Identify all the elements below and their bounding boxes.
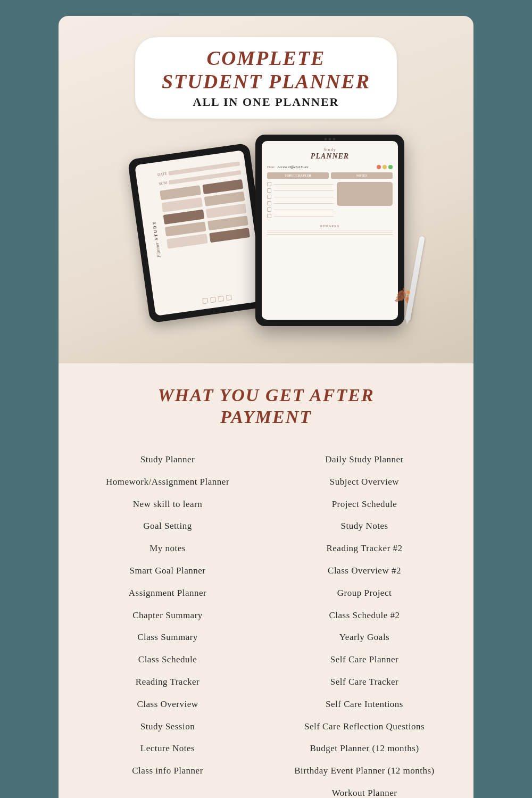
right-item: Self Care Intentions <box>271 694 458 714</box>
left-item: Chapter Summary <box>74 605 261 626</box>
right-item: Class Schedule #2 <box>271 605 458 626</box>
tablet-back-cursive: Planner <box>154 242 162 258</box>
top-card: COMPLETE STUDENT PLANNER ALL IN ONE PLAN… <box>59 16 473 363</box>
bottom-card: WHAT YOU GET AFTER PAYMENT Study Planner… <box>59 363 473 798</box>
left-item <box>74 783 261 798</box>
tablet-camera-dots <box>325 138 336 140</box>
tablet-front: Study PLANNER Date: Access Official Stor… <box>255 135 404 326</box>
tablet-sub-label: SUBJ <box>159 181 168 186</box>
right-item: Yearly Goals <box>271 627 458 647</box>
title-line1: COMPLETE <box>207 47 326 69</box>
tf-date-label: Date: <box>267 165 275 169</box>
tf-title-small: Study <box>267 147 393 152</box>
tablet-back-side-label: STUDY <box>151 220 159 240</box>
tf-left-col <box>267 182 334 221</box>
right-item: Class Overview #2 <box>271 561 458 581</box>
right-item: Self Care Reflection Questions <box>271 717 458 737</box>
main-title: COMPLETE STUDENT PLANNER <box>162 47 370 93</box>
tf-grid: TOPIC/CHAPTER NOTES <box>267 172 393 179</box>
tablet-back-screen: STUDY Planner DATE SUBJ <box>135 150 264 316</box>
left-item: Lecture Notes <box>74 738 261 759</box>
right-item: Study Notes <box>271 516 458 536</box>
left-item: Study Session <box>74 717 261 737</box>
tf-date-row: Date: Access Official Store <box>267 165 393 169</box>
tablet-front-screen: Study PLANNER Date: Access Official Stor… <box>262 141 398 320</box>
tf-notes-area <box>337 182 393 206</box>
left-item: Class info Planner <box>74 761 261 781</box>
tablet-date-label: DATE <box>157 172 167 177</box>
title-box: COMPLETE STUDENT PLANNER ALL IN ONE PLAN… <box>135 37 397 119</box>
items-grid: Study PlannerDaily Study PlannerHomework… <box>74 450 458 798</box>
main-container: COMPLETE STUDENT PLANNER ALL IN ONE PLAN… <box>59 16 473 798</box>
tablet-back: STUDY Planner DATE SUBJ <box>128 143 272 323</box>
tablets-container: STUDY Planner DATE SUBJ <box>128 135 404 337</box>
left-item: Reading Tracker <box>74 672 261 692</box>
what-you-get-title: WHAT YOU GET AFTER PAYMENT <box>74 385 458 428</box>
right-item: Self Care Planner <box>271 650 458 670</box>
title-line2: STUDENT PLANNER <box>162 70 370 93</box>
left-item: Study Planner <box>74 450 261 470</box>
subtitle: ALL IN ONE PLANNER <box>162 95 370 109</box>
tf-grid-header-2: NOTES <box>331 172 393 179</box>
tf-title-large: PLANNER <box>267 152 393 161</box>
section-title-line1: WHAT YOU GET AFTER <box>157 385 374 405</box>
stylus-tip <box>405 319 410 325</box>
tf-circles <box>377 165 393 169</box>
left-item: New skill to learn <box>74 494 261 514</box>
tf-remark-lines <box>267 230 393 235</box>
right-item: Daily Study Planner <box>271 450 458 470</box>
right-item: Self Care Tracker <box>271 672 458 692</box>
left-item: Goal Setting <box>74 516 261 536</box>
right-item: Reading Tracker #2 <box>271 538 458 559</box>
tf-grid-header-1: TOPIC/CHAPTER <box>267 172 329 179</box>
tf-date-value: Access Official Store <box>277 165 308 169</box>
tf-content-area <box>267 182 393 221</box>
left-item: Class Overview <box>74 694 261 714</box>
right-item: Group Project <box>271 583 458 603</box>
left-item: Class Schedule <box>74 650 261 670</box>
section-title-line2: PAYMENT <box>220 407 312 427</box>
left-item: Class Summary <box>74 627 261 647</box>
right-item: Workout Planner <box>271 783 458 798</box>
right-item: Birthday Event Planner (12 months) <box>271 761 458 781</box>
stylus <box>405 236 425 321</box>
right-item: Subject Overview <box>271 472 458 492</box>
left-item: Smart Goal Planner <box>74 561 261 581</box>
left-item: My notes <box>74 538 261 559</box>
right-item: Budget Planner (12 months) <box>271 738 458 759</box>
tf-remark-label: REMARKS <box>267 225 393 228</box>
right-item: Project Schedule <box>271 494 458 514</box>
left-item: Assignment Planner <box>74 583 261 603</box>
left-item: Homework/Assignment Planner <box>74 472 261 492</box>
tf-header: Study PLANNER <box>267 147 393 161</box>
